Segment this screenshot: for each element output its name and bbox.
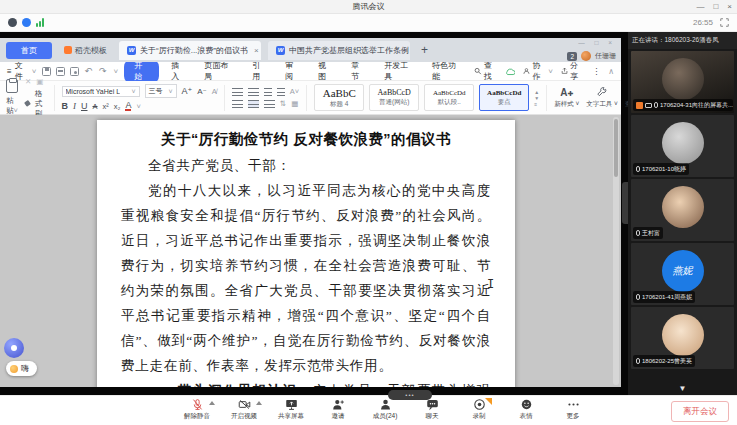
print-preview-icon[interactable] [70, 67, 79, 76]
wps-ribbon: 粘贴˅ ✕▣ 格式刷 Microsoft YaHei L˅ [0, 81, 621, 115]
align-center-icon[interactable] [248, 100, 259, 108]
close-button[interactable]: × [727, 2, 732, 11]
print-icon[interactable] [56, 67, 65, 76]
maximize-button[interactable]: □ [713, 2, 718, 11]
shading-icon[interactable]: ▦ [291, 99, 298, 108]
align-left-icon[interactable] [232, 100, 243, 108]
new-style-button[interactable]: A✚ 新样式 ˅ [554, 87, 579, 109]
tab-document-2[interactable]: W 中国共产党基层组织选举工作条例 [268, 41, 410, 60]
copy-icon[interactable]: ▣ [36, 77, 43, 86]
more-button[interactable]: 更多 [555, 398, 592, 421]
style-gallery-scroll[interactable]: ▲▼≡ [534, 89, 539, 107]
document-page[interactable]: 关于“厉行勤俭节约 反对餐饮浪费”的倡议书 全省共产党员、干部： 党的十八大以来… [97, 120, 515, 387]
assistant-hi-pill[interactable]: 嗨 [6, 361, 37, 376]
participant-tile[interactable]: 王村富 [631, 179, 734, 241]
clear-format-icon[interactable]: A̸ [212, 87, 217, 96]
text-cursor: I [487, 277, 494, 291]
document-scrollbar[interactable] [613, 117, 619, 385]
mic-options-chevron[interactable] [209, 401, 215, 405]
tab-home[interactable]: 首页 [6, 42, 52, 59]
redo-icon[interactable]: ↷ [99, 66, 109, 76]
network-signal-icon [36, 18, 44, 27]
wrench-icon [597, 87, 608, 98]
participant-name-tag: 1706201-10晓婷 [633, 163, 689, 175]
grow-font-icon[interactable]: A⁺ [182, 86, 193, 96]
user-avatar[interactable] [581, 51, 591, 61]
superscript-icon[interactable]: x² [103, 102, 109, 111]
strikethrough-icon[interactable]: A [93, 102, 98, 111]
info-indicator-icon[interactable] [22, 18, 31, 27]
font-color-button[interactable]: A [125, 101, 131, 111]
chat-icon [426, 398, 439, 411]
participant-tile[interactable]: 1706201-10晓婷 [631, 115, 734, 177]
format-painter-button[interactable]: 格式刷 [35, 89, 47, 119]
participant-tile[interactable]: 1706204-31向往的屏幕共... [631, 51, 734, 113]
font-name-select[interactable]: Microsoft YaHei L˅ [62, 86, 140, 97]
shrink-font-icon[interactable]: A⁻ [197, 87, 207, 96]
members-button[interactable]: 成员(24) [367, 398, 404, 421]
fullscreen-icon[interactable] [720, 18, 729, 27]
person-icon [523, 67, 530, 75]
mic-icon [636, 294, 640, 300]
font-size-select[interactable]: 三号˅ [145, 84, 177, 98]
more-menu-icon[interactable]: ⋮ [592, 67, 600, 76]
text-tools-button[interactable]: 文字工具 ˅ [586, 87, 618, 109]
participant-tile[interactable]: 燕妮 1706201-41周燕妮 [631, 243, 734, 305]
paste-icon[interactable] [6, 79, 18, 93]
chat-button[interactable]: 聊天 [414, 398, 451, 421]
audio-indicator-icon[interactable] [8, 18, 17, 27]
document-title: 关于“厉行勤俭节约 反对餐饮浪费”的倡议书 [121, 130, 491, 149]
more-icon [567, 398, 580, 411]
scroll-down-arrow[interactable]: ▼ [628, 382, 737, 395]
document-area[interactable]: 关于“厉行勤俭节约 反对餐饮浪费”的倡议书 全省共产党员、干部： 党的十八大以来… [0, 115, 621, 387]
floating-assistant-button[interactable] [4, 338, 24, 358]
numbered-list-icon[interactable] [248, 88, 259, 96]
notification-badge[interactable]: 2 [567, 52, 577, 61]
cloud-sync-icon[interactable] [505, 67, 516, 76]
share-icon [561, 67, 568, 75]
distribute-icon[interactable]: A˅ [290, 87, 299, 96]
tab-document-1[interactable]: W 关于“厉行勤俭...浪费”的倡议书 × [119, 41, 261, 60]
save-icon[interactable] [42, 67, 51, 76]
inner-window-controls: — □ × [578, 39, 616, 46]
find-button[interactable]: 查找 [474, 60, 498, 82]
increase-indent-icon[interactable] [277, 88, 285, 96]
participant-tile[interactable]: 1806202-25曾美英 [631, 307, 734, 369]
leave-meeting-button[interactable]: 离开会议 [671, 401, 729, 422]
subscript-icon[interactable]: x₂ [114, 102, 121, 111]
paste-button[interactable]: 粘贴˅ [6, 96, 18, 116]
emoji-button[interactable]: 表情 [508, 398, 545, 421]
start-video-button[interactable]: 开启视频 [226, 398, 263, 421]
share-button[interactable]: 分享 [561, 60, 584, 82]
style-keypoint[interactable]: AaBbCcDd 要点 [479, 84, 529, 111]
invite-button[interactable]: 邀请 [320, 398, 357, 421]
italic-button[interactable]: I [73, 101, 76, 111]
share-screen-button[interactable]: 共享屏幕 [273, 398, 310, 421]
style-default-para[interactable]: AaBbCcDd 默认段.. [424, 84, 474, 111]
format-painter-icon[interactable] [24, 100, 31, 107]
tab-docer[interactable]: 稻壳模板 [59, 42, 112, 59]
undo-icon[interactable]: ↶ [84, 66, 94, 76]
minimize-button[interactable]: — [696, 2, 704, 11]
cut-icon[interactable]: ✕ [25, 77, 31, 86]
video-options-chevron[interactable] [256, 401, 262, 405]
line-spacing-icon[interactable]: ⇅ [280, 99, 286, 108]
sidebar-collapse-handle[interactable] [622, 182, 628, 224]
new-tab-button[interactable]: + [417, 43, 432, 57]
writer-doc-icon: W [127, 46, 136, 55]
record-button[interactable]: 录制 [461, 398, 498, 421]
style-heading4[interactable]: AaBbC 标题 4 [314, 84, 364, 111]
underline-button[interactable]: U [81, 101, 88, 111]
justify-icon[interactable] [264, 100, 275, 108]
bold-button[interactable]: B [62, 101, 69, 111]
collaborate-button[interactable]: 协作˅ [523, 60, 552, 82]
qat-more-icon[interactable]: ˅ [114, 67, 119, 76]
unmute-button[interactable]: 解除静音 [179, 398, 216, 421]
emoji-icon [520, 398, 533, 411]
app-window: 腾讯会议 — □ × 26:55 首页 [0, 0, 737, 425]
bullet-list-icon[interactable] [232, 88, 243, 96]
style-normal-web[interactable]: AaBbCcD 普通(网站) [369, 84, 419, 111]
decrease-indent-icon[interactable] [264, 88, 272, 96]
tab-close-icon[interactable]: × [254, 46, 259, 55]
collapse-ribbon-icon[interactable]: ∧ [608, 67, 614, 76]
